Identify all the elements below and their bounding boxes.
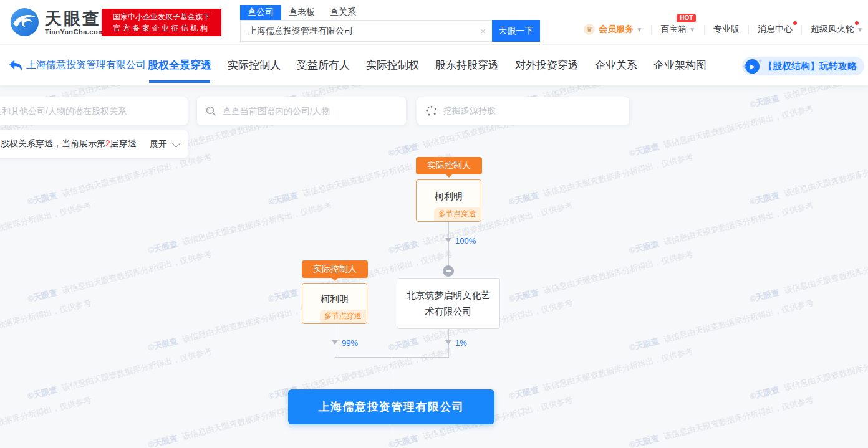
tab-actual-control-rights[interactable]: 实际控制权 — [366, 58, 419, 72]
clear-search-icon[interactable]: × — [480, 26, 486, 36]
menu-divider — [748, 25, 749, 34]
arrow-down-icon — [445, 340, 451, 345]
gov-certification-badge: 国家中小企业发展子基金旗下 官方备案企业征信机构 — [102, 9, 221, 36]
crown-icon: ♛ — [584, 24, 595, 35]
multi-node-tag[interactable]: 多节点穿透 — [320, 310, 366, 323]
node-root-company[interactable]: 上海儒意投资管理有限公司 — [288, 389, 494, 424]
multi-source-icon — [426, 105, 437, 117]
menu-divider — [651, 25, 652, 34]
logo-title: 天眼查 — [45, 9, 104, 28]
header-search: 查公司 查老板 查关系 × 天眼一下 — [240, 5, 540, 42]
sparkle-icon: ✦ — [742, 64, 747, 70]
menu-message-label: 消息中心 — [758, 24, 793, 34]
menu-divider — [704, 25, 705, 34]
menu-toolbox[interactable]: HOT 百宝箱 ▼ — [660, 24, 695, 35]
guide-label: 【股权结构】玩转攻略 — [763, 60, 857, 72]
search-tab-relation[interactable]: 查关系 — [330, 5, 356, 20]
menu-pro-version[interactable]: 专业版 — [713, 24, 740, 35]
menu-super-wheel[interactable]: 超级风火轮 ▼ — [811, 24, 863, 35]
graph-search-box[interactable] — [196, 97, 407, 125]
header-menu: ♛ 会员服务 ▼ HOT 百宝箱 ▼ 专业版 消息中心 — [584, 24, 863, 35]
tab-equity-penetration[interactable]: 股权全景穿透 — [148, 58, 211, 72]
graph-search-input[interactable] — [216, 97, 406, 125]
tab-beneficial-owner[interactable]: 受益所有人 — [297, 58, 350, 72]
tianyancha-logo[interactable]: 天眼查 TianYanCha.com — [10, 7, 104, 37]
node-mid-company[interactable]: 北京筑梦启明文化艺术有限公司 — [397, 278, 500, 329]
depth-text: 股权关系穿透，当前展示第2层穿透 — [1, 138, 137, 150]
search-tabs: 查公司 查老板 查关系 — [240, 5, 540, 20]
nav-tabs: 股权全景穿透 实际控制人 受益所有人 实际控制权 股东持股穿透 对外投资穿透 企… — [148, 58, 723, 72]
menu-vip-label: 会员服务 — [599, 24, 634, 35]
tab-shareholder-penetration[interactable]: 股东持股穿透 — [435, 58, 499, 72]
menu-divider — [801, 25, 802, 34]
potential-relation-input[interactable] — [0, 97, 188, 125]
collapse-node-button[interactable] — [443, 265, 454, 277]
chevron-down-icon — [172, 140, 180, 148]
equity-structure-guide-button[interactable]: ✦ ▶ ✦ 【股权结构】玩转攻略 — [742, 57, 864, 75]
notification-dot — [793, 21, 797, 25]
menu-message-center[interactable]: 消息中心 — [758, 24, 793, 35]
chevron-down-icon: ▼ — [689, 26, 695, 33]
hot-badge: HOT — [677, 14, 696, 22]
edge-root-line — [392, 357, 392, 389]
back-arrow-icon[interactable] — [9, 59, 22, 72]
edge-below-root-line — [392, 424, 392, 448]
header: 天眼查 TianYanCha.com 国家中小企业发展子基金旗下 官方备案企业征… — [0, 0, 868, 45]
search-tab-company[interactable]: 查公司 — [240, 5, 281, 20]
expand-label: 展开 — [150, 139, 167, 150]
edge-label-1: 1% — [455, 338, 467, 348]
tab-outbound-investment[interactable]: 对外投资穿透 — [515, 58, 579, 72]
arrow-down-icon — [332, 340, 338, 345]
navbar: 上海儒意投资管理有限公司 股权全景穿透 实际控制人 受益所有人 实际控制权 股东… — [0, 45, 868, 85]
play-icon: ✦ ▶ ✦ — [745, 59, 760, 74]
gov-badge-line2: 官方备案企业征信机构 — [113, 22, 210, 34]
node-mid-person[interactable]: 柯利明 多节点穿透 — [302, 283, 367, 324]
menu-wheel-label-wrap: 超级风火轮 — [811, 24, 854, 35]
logo-domain: TianYanCha.com — [45, 28, 104, 36]
edge-label-100: 100% — [455, 236, 476, 245]
edge-line-100 — [448, 222, 449, 266]
expand-button[interactable]: 展开 — [150, 130, 178, 159]
menu-wheel-label: 超级风火轮 — [811, 24, 854, 34]
logo-text: 天眼查 TianYanCha.com — [45, 9, 104, 36]
chevron-down-icon: ▼ — [857, 26, 863, 33]
navbar-company-link[interactable]: 上海儒意投资管理有限公司 — [26, 59, 146, 72]
multi-source-label: 挖掘多源持股 — [443, 105, 496, 117]
search-input[interactable] — [240, 20, 492, 42]
tianyancha-logo-icon — [10, 7, 39, 37]
actual-controller-badge-top: 实际控制人 — [416, 157, 482, 174]
tab-enterprise-structure[interactable]: 企业架构图 — [653, 58, 706, 72]
multi-source-holding-box[interactable]: 挖掘多源持股 — [417, 97, 630, 125]
node-top-person[interactable]: 柯利明 多节点穿透 — [416, 179, 481, 222]
menu-vip-services[interactable]: ♛ 会员服务 ▼ — [584, 24, 642, 35]
menu-message-label-wrap: 消息中心 — [758, 24, 793, 35]
search-button[interactable]: 天眼一下 — [492, 20, 540, 42]
equity-graph-canvas[interactable]: ©天眼查该信息由天眼查数据库分析得出，仅供参考©天眼查该信息由天眼查数据库分析得… — [0, 85, 868, 448]
edge-label-99: 99% — [342, 338, 358, 348]
gov-badge-line1: 国家中小企业发展子基金旗下 — [113, 11, 210, 22]
search-icon — [206, 106, 216, 117]
chevron-down-icon: ▼ — [636, 26, 642, 33]
page: 天眼查 TianYanCha.com 国家中小企业发展子基金旗下 官方备案企业征… — [0, 0, 868, 448]
arrow-down-icon — [445, 238, 451, 242]
menu-pro-label: 专业版 — [713, 24, 740, 35]
actual-controller-badge-mid: 实际控制人 — [302, 260, 368, 278]
potential-relation-search[interactable] — [0, 97, 188, 125]
multi-node-tag[interactable]: 多节点穿透 — [434, 207, 480, 221]
menu-toolbox-label: 百宝箱 — [660, 24, 687, 35]
tab-enterprise-relations[interactable]: 企业关系 — [595, 58, 637, 72]
search-tab-boss[interactable]: 查老板 — [289, 5, 315, 20]
tab-actual-controller[interactable]: 实际控制人 — [228, 58, 281, 72]
sparkle-icon: ✦ — [758, 58, 763, 64]
notification-dot — [855, 21, 859, 25]
penetration-depth-box: 股权关系穿透，当前展示第2层穿透 展开 — [0, 130, 188, 158]
depth-value: 2 — [105, 138, 110, 148]
